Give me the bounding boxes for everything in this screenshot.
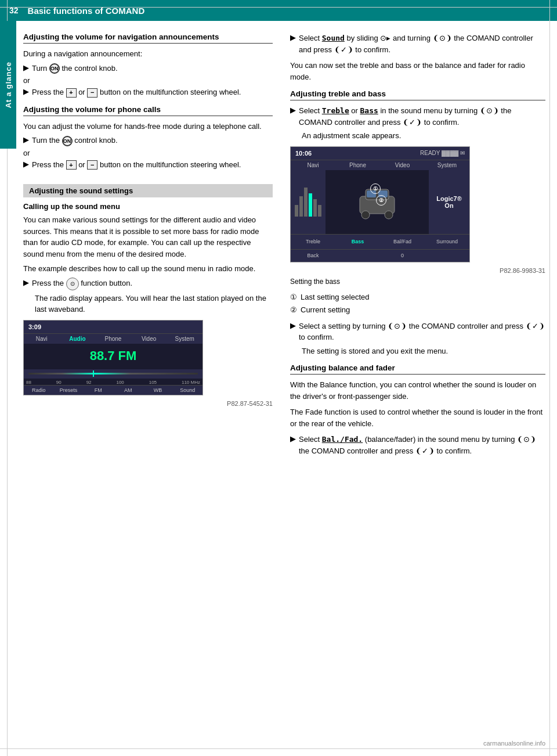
plus-button-icon-2: +: [66, 160, 77, 170]
left-column: Adjusting the volume for navigation anno…: [23, 33, 273, 459]
section-phone-volume: Adjusting the volume for phone calls You…: [23, 105, 273, 171]
phone-volume-bullet1: ▶ Turn the ON control knob.: [23, 135, 273, 146]
volume-bar-group: [295, 188, 321, 217]
page-border-right: [549, 0, 550, 756]
sound-screen-bottom: Treble Bass Bal/Fad Surround: [291, 234, 469, 249]
arrow-icon: ▶: [23, 63, 29, 72]
page-border-top: [0, 7, 557, 8]
section-nav-volume-title: Adjusting the volume for navigation anno…: [23, 33, 273, 44]
section-sound-menu-title: Calling up the sound menu: [23, 202, 273, 211]
vol-bar-5: [313, 199, 317, 217]
vol-bar-2: [299, 196, 303, 217]
screen-bottom-sound: Sound: [173, 386, 202, 395]
bottom-balfad: Bal/Fad: [380, 235, 425, 249]
screen-nav-phone: Phone: [95, 334, 131, 344]
section-treble-bass: Adjusting treble and bass ▶ Select Trebl…: [290, 89, 545, 357]
logic7-label: Logic7®On: [436, 195, 462, 209]
sound-nav-navi: Navi: [291, 160, 335, 170]
sound-menu-indent: The radio display appears. You will hear…: [35, 293, 273, 315]
screen-nav-bar: Navi Audio Phone Video System: [24, 333, 202, 344]
treble-code: Treble: [322, 106, 349, 115]
setting-item-1: ① Last setting selected: [290, 291, 545, 303]
plus-button-icon: +: [66, 88, 77, 98]
screen-bottom-wb: WB: [143, 386, 172, 395]
freq-markers: 889092100105110 MHz: [24, 380, 202, 385]
arrow-icon-5: ▶: [23, 278, 29, 287]
treble-bass-bullet2-text: Select a setting by turning ❨⊙❩ the COMA…: [299, 321, 545, 343]
screen-bottom-presets: Presets: [53, 386, 83, 395]
sound-screen-status: READY ▓▓▓▓ ✉: [420, 150, 465, 156]
bottom-back: Back: [291, 250, 335, 262]
radio-freq-display: 88.7 FM: [24, 344, 202, 368]
section-treble-bass-title: Adjusting treble and bass: [290, 89, 545, 100]
bass-code: Bass: [360, 106, 378, 115]
section-balance-fader: Adjusting balance and fader With the Bal…: [290, 363, 545, 456]
arrow-icon-9: ▶: [290, 434, 296, 443]
screen-bottom-radio: Radio: [24, 386, 53, 395]
section-balance-fader-title: Adjusting balance and fader: [290, 363, 545, 375]
arrow-icon-4: ▶: [23, 160, 29, 168]
right-column: ▶ Select Sound by sliding ⊙▸ and turning…: [284, 33, 545, 459]
sound-menu-para2: The example describes how to call up the…: [23, 263, 273, 275]
screen-bottom-fm: FM: [84, 386, 113, 395]
right-col-content: ▶ Select Sound by sliding ⊙▸ and turning…: [284, 33, 545, 456]
vol-bar-6: [318, 205, 321, 217]
or-label-1: or: [23, 76, 273, 85]
radio-freq-bar: [24, 369, 202, 379]
setting-item-2: ② Current setting: [290, 304, 545, 316]
side-tab-label: At a glance: [4, 62, 13, 108]
screen-bottom-am: AM: [113, 386, 143, 395]
arrow-icon-2: ▶: [23, 87, 29, 96]
screen-nav-system: System: [167, 334, 202, 344]
svg-point-3: [385, 211, 393, 219]
control-knob-icon-2: ON: [62, 136, 73, 146]
phone-volume-bullet1-text: Turn the ON control knob.: [32, 135, 118, 146]
treble-bass-bullet2: ▶ Select a setting by turning ❨⊙❩ the CO…: [290, 321, 545, 343]
badge-2: ②: [376, 195, 386, 206]
adjustment-scale-text: An adjustment scale appears.: [302, 130, 545, 142]
car-graphic: ① ②: [354, 179, 400, 225]
sound-nav-system: System: [425, 160, 469, 170]
section-phone-volume-title: Adjusting the volume for phone calls: [23, 105, 273, 116]
bottom-empty1: [335, 250, 380, 262]
sound-screen-time: 10:06: [295, 150, 312, 157]
sound-screen-caption: P82.86-9983-31: [290, 267, 545, 274]
right-para1: You can now set the treble and bass or t…: [290, 60, 545, 82]
sound-menu-bullet1-text: Press the ⊙ function button.: [32, 278, 132, 290]
section-sound-menu: Calling up the sound menu You can make v…: [23, 202, 273, 407]
balfad-code: Bal./Fad.: [322, 435, 363, 444]
setting-text-1: Last setting selected: [301, 291, 370, 303]
sound-screen-right: Logic7®On: [429, 170, 469, 234]
nav-volume-para1: During a navigation announcement:: [23, 48, 273, 60]
balance-bullet1: ▶ Select Bal./Fad. (balance/fader) in th…: [290, 434, 545, 456]
arrow-icon-3: ▶: [23, 135, 29, 144]
vol-bar-1: [295, 205, 298, 217]
arrow-icon-7: ▶: [290, 106, 296, 114]
setting-stored-indent: The setting is stored and you exit the m…: [302, 345, 545, 357]
function-button-icon: ⊙: [66, 278, 79, 290]
nav-volume-bullet2-text: Press the + or − button on the multifunc…: [32, 87, 241, 98]
radio-screen-caption: P82.87-5452-31: [23, 400, 273, 407]
radio-screen: 3:09 Navi Audio Phone Video System 88.7 …: [23, 320, 273, 407]
svg-point-2: [361, 211, 370, 219]
treble-bass-indent: An adjustment scale appears.: [302, 130, 545, 142]
badge-1: ①: [370, 183, 381, 194]
bottom-bass: Bass: [335, 235, 380, 249]
sound-code: Sound: [322, 34, 345, 42]
nav-volume-bullet1: ▶ Turn ON the control knob.: [23, 63, 273, 74]
main-content: Adjusting the volume for navigation anno…: [0, 21, 557, 470]
nav-volume-bullet2: ▶ Press the + or − button on the multifu…: [23, 87, 273, 98]
sound-screen-image: 10:06 READY ▓▓▓▓ ✉ Navi Phone Video Syst…: [290, 146, 470, 262]
settings-list: ① Last setting selected ② Current settin…: [290, 291, 545, 316]
vol-bar-3: [304, 188, 308, 217]
watermark: carmanualsonline.info: [483, 740, 545, 747]
sound-nav-video: Video: [380, 160, 425, 170]
section-box-sound: Adjusting the sound settings: [23, 184, 273, 197]
minus-button-icon-2: −: [87, 160, 97, 170]
sound-vol-bars: [291, 170, 325, 234]
bottom-surround: Surround: [425, 235, 469, 249]
arrow-icon-8: ▶: [290, 321, 296, 330]
sound-nav-phone: Phone: [335, 160, 380, 170]
radio-screen-image: 3:09 Navi Audio Phone Video System 88.7 …: [23, 320, 203, 395]
sound-menu-bullet1: ▶ Press the ⊙ function button.: [23, 278, 273, 290]
